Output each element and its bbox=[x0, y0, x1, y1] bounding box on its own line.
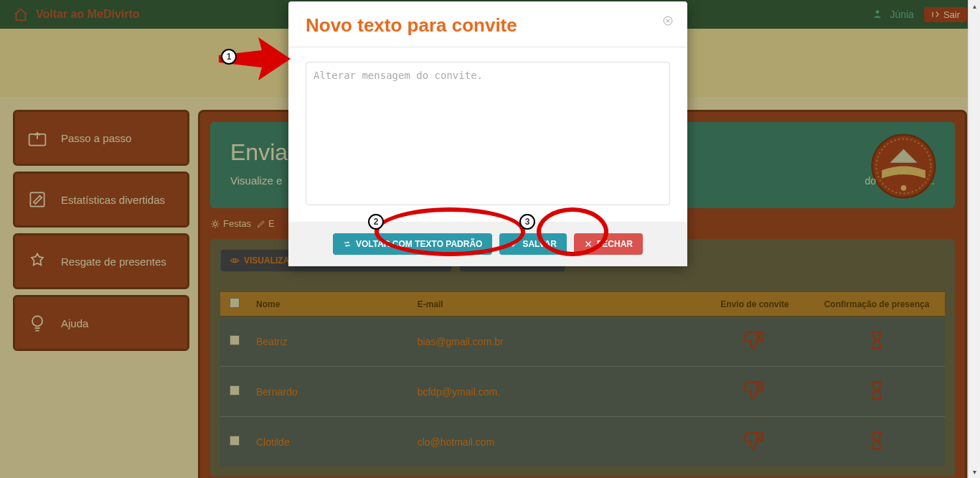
retweet-icon bbox=[343, 240, 352, 248]
annotation-step-1: 1 bbox=[221, 49, 237, 65]
invite-text-input[interactable] bbox=[306, 62, 670, 205]
scrollbar[interactable]: ▴ ▾ bbox=[968, 0, 980, 478]
check-icon bbox=[509, 240, 518, 248]
scroll-up-button[interactable]: ▴ bbox=[969, 0, 980, 12]
modal-title: Novo texto para convite bbox=[306, 14, 670, 37]
x-icon bbox=[584, 240, 593, 248]
modal-close-button[interactable] bbox=[661, 14, 674, 27]
close-button[interactable]: FECHAR bbox=[574, 233, 643, 255]
close-icon bbox=[663, 16, 673, 26]
button-label: VOLTAR COM TEXTO PADRÃO bbox=[356, 239, 482, 249]
scroll-down-button[interactable]: ▾ bbox=[969, 466, 980, 478]
save-button[interactable]: SALVAR bbox=[499, 233, 567, 255]
annotation-step-2: 2 bbox=[368, 214, 384, 230]
restore-default-text-button[interactable]: VOLTAR COM TEXTO PADRÃO bbox=[333, 233, 492, 255]
invite-text-modal: Novo texto para convite VOLTAR COM TEXTO… bbox=[288, 1, 687, 266]
button-label: SALVAR bbox=[522, 239, 557, 249]
annotation-step-3: 3 bbox=[519, 214, 535, 230]
button-label: FECHAR bbox=[597, 239, 633, 249]
